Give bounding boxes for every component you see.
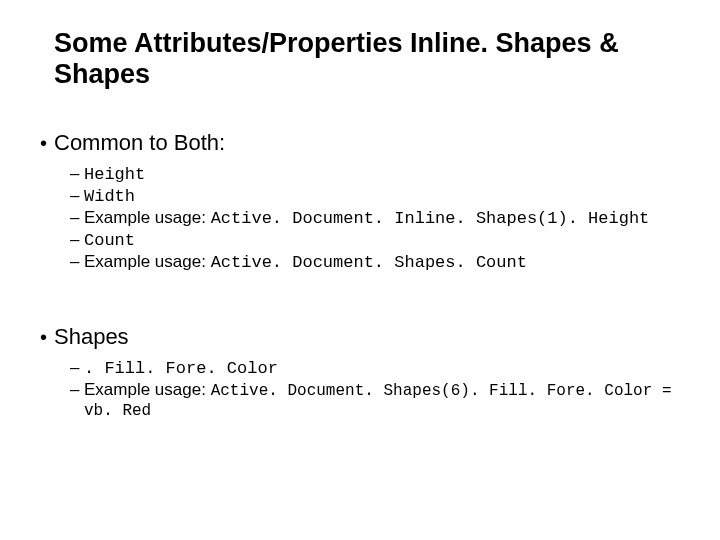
dash-icon: – (70, 358, 84, 378)
dash-icon: – (70, 186, 84, 206)
list-item-text: Height (84, 164, 145, 184)
list-item: – Example usage: Active. Document. Shape… (70, 252, 680, 272)
section-heading-text: Shapes (54, 324, 129, 350)
dash-icon: – (70, 252, 84, 272)
list-item: – . Fill. Fore. Color (70, 358, 680, 378)
list-item: – Example usage: Active. Document. Inlin… (70, 208, 680, 228)
list-item-text: Example usage: Active. Document. Shapes.… (84, 252, 527, 272)
bullet-icon: • (40, 130, 54, 156)
list-item-text: Width (84, 186, 135, 206)
dash-icon: – (70, 230, 84, 250)
dash-icon: – (70, 380, 84, 400)
section-shapes-heading: • Shapes (40, 324, 680, 350)
list-item-text: Example usage: Active. Document. Shapes(… (84, 380, 680, 420)
list-item-text: Count (84, 230, 135, 250)
list-item: – Height (70, 164, 680, 184)
list-item-text: . Fill. Fore. Color (84, 358, 278, 378)
section-heading-text: Common to Both: (54, 130, 225, 156)
list-item: – Example usage: Active. Document. Shape… (70, 380, 680, 420)
list-item: – Width (70, 186, 680, 206)
dash-icon: – (70, 208, 84, 228)
dash-icon: – (70, 164, 84, 184)
list-item: – Count (70, 230, 680, 250)
slide-title: Some Attributes/Properties Inline. Shape… (54, 28, 680, 90)
list-item-text: Example usage: Active. Document. Inline.… (84, 208, 649, 228)
slide: Some Attributes/Properties Inline. Shape… (0, 0, 720, 540)
bullet-icon: • (40, 324, 54, 350)
section-common-heading: • Common to Both: (40, 130, 680, 156)
